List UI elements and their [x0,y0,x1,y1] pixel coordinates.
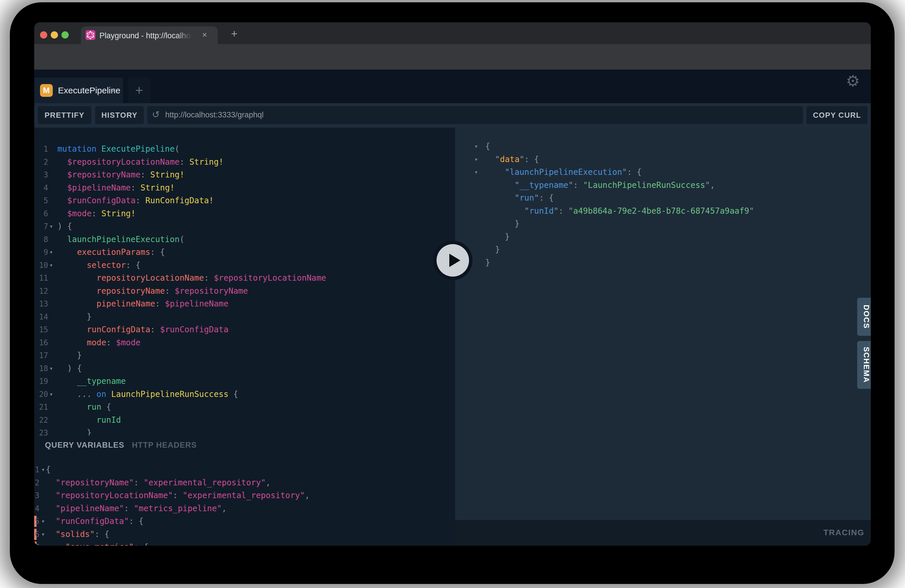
code-text: } [485,219,519,229]
query-line: 2 $repositoryLocationName: String! [34,156,455,169]
reset-endpoint-icon[interactable]: ↺ [152,109,160,120]
traffic-light-close-icon[interactable] [40,31,47,38]
docs-side-tab[interactable]: DOCS [857,298,871,336]
line-number: 21 [34,401,48,414]
traffic-light-zoom-icon[interactable] [62,31,69,38]
code-text: } [485,245,500,254]
variables-line: 3 "repositoryLocationName": "experimenta… [34,489,455,502]
line-number: 1 [34,463,40,477]
fold-arrow-icon[interactable]: ▾ [41,528,45,541]
tracing-toggle[interactable]: TRACING [823,528,864,537]
browser-tabstrip: Playground - http://localhost:3 × + [34,22,871,44]
fold-arrow-icon[interactable]: ▾ [41,541,45,546]
history-button[interactable]: HISTORY [95,106,144,124]
prettify-button[interactable]: PRETTIFY [38,106,91,124]
browser-toolbar: ← → ↻ ⓘ localhost:3333/graphql Guest ⋮ [34,44,871,70]
line-number: 12 [34,285,48,298]
code-text: "launchPipelineExecution": { [485,167,641,177]
playground-toolbar: PRETTIFY HISTORY ↺ http://localhost:3333… [34,103,871,127]
query-line: 22 runId [34,414,455,427]
line-number: 4 [34,502,40,515]
line-number: 1 [34,143,48,156]
query-line: 8 launchPipelineExecution( [34,233,455,246]
query-variables-editor[interactable]: 1▾{2 "repositoryName": "experimental_rep… [34,457,455,546]
code-text: } [485,232,510,242]
new-tab-button[interactable]: + [228,28,241,40]
code-text: mode: $mode [57,338,141,347]
fold-arrow-icon[interactable]: ▾ [474,140,478,153]
fold-arrow-icon[interactable]: ▾ [41,515,45,528]
line-number: 7 [34,220,48,233]
mutation-badge: M [40,84,53,97]
response-pane: ▾{▾ "data": {▾ "launchPipelineExecution"… [455,127,871,520]
line-number: 23 [34,426,48,435]
fold-arrow-icon[interactable]: ▾ [49,362,53,375]
response-line: ▾ "data": { [455,153,871,166]
code-text: $pipelineName: String! [57,183,175,192]
code-text: mutation ExecutePipeline( [57,144,179,154]
endpoint-input[interactable]: ↺ http://localhost:3333/graphql [147,106,803,124]
code-text: "save_metrics": { [46,542,148,546]
schema-side-tab[interactable]: SCHEMA [857,341,871,389]
execute-button-circle [437,244,469,277]
endpoint-url: http://localhost:3333/graphql [165,110,264,119]
playground-tab-executepipeline[interactable]: M ExecutePipeline × [34,78,123,103]
line-number: 17 [34,349,48,362]
fold-arrow-icon[interactable]: ▾ [49,388,53,401]
fold-arrow-icon[interactable]: ▾ [41,463,45,477]
code-text: $repositoryName: String! [57,170,184,180]
tab-query-variables[interactable]: QUERY VARIABLES [45,441,124,450]
line-number: 19 [34,375,48,388]
line-number: 6 [34,207,48,220]
code-text: run { [57,402,111,412]
execute-button[interactable] [433,241,473,280]
code-text: runId [57,415,121,425]
response-viewer: ▾{▾ "data": {▾ "launchPipelineExecution"… [455,127,871,520]
traffic-light-minimize-icon[interactable] [51,31,58,38]
response-line: } [455,218,871,230]
line-number: 13 [34,297,48,310]
tab-title-fade [176,30,197,41]
query-line: 16 mode: $mode [34,336,455,350]
query-line: 14 } [34,310,455,324]
variables-line: 7▾ "save_metrics": { [34,541,455,546]
fold-arrow-icon[interactable]: ▾ [474,153,478,166]
variables-line: 2 "repositoryName": "experimental_reposi… [34,477,455,489]
response-line: } [455,256,871,269]
copy-curl-button[interactable]: COPY CURL [807,106,868,124]
query-line: 1mutation ExecutePipeline( [34,143,455,156]
browser-tab[interactable]: Playground - http://localhost:3 × [81,26,218,44]
line-number: 4 [34,181,48,195]
line-number: 18 [34,362,48,375]
tab-http-headers[interactable]: HTTP HEADERS [132,441,197,450]
playground-new-tab-button[interactable]: + [128,78,150,103]
line-number: 10 [34,259,48,272]
query-editor[interactable]: 1mutation ExecutePipeline(2 $repositoryL… [34,127,455,435]
browser-window: Playground - http://localhost:3 × + ← → … [34,22,871,546]
query-line: 7▾) { [34,220,455,233]
fold-arrow-icon[interactable]: ▾ [49,220,53,233]
fold-arrow-icon[interactable]: ▾ [49,259,53,272]
settings-gear-icon[interactable]: ⚙ [846,72,860,90]
response-line: ▾{ [455,140,871,153]
response-line: "__typename": "LaunchPipelineRunSuccess"… [455,179,871,192]
graphql-favicon-icon [86,30,95,40]
tab-close-icon[interactable]: × [202,30,207,40]
playground-tab-close-icon[interactable]: × [111,85,116,96]
line-number: 3 [34,489,40,502]
code-text: launchPipelineExecution( [57,235,184,244]
line-number: 6 [34,528,40,541]
response-line: } [455,243,871,256]
code-text: "repositoryLocationName": "experimental_… [46,491,310,500]
query-pane: 1mutation ExecutePipeline(2 $repositoryL… [34,127,455,546]
query-line: 6 $mode: String! [34,207,455,220]
line-number: 16 [34,336,48,350]
screenshot-canvas: Playground - http://localhost:3 × + ← → … [0,0,905,588]
fold-arrow-icon[interactable]: ▾ [474,166,478,179]
fold-arrow-icon[interactable]: ▾ [49,246,53,259]
query-line: 11 repositoryLocationName: $repositoryLo… [34,272,455,285]
code-text: "runConfigData": { [46,516,143,526]
line-number: 5 [34,194,48,207]
code-text: } [57,428,92,435]
query-line: 4 $pipelineName: String! [34,181,455,195]
